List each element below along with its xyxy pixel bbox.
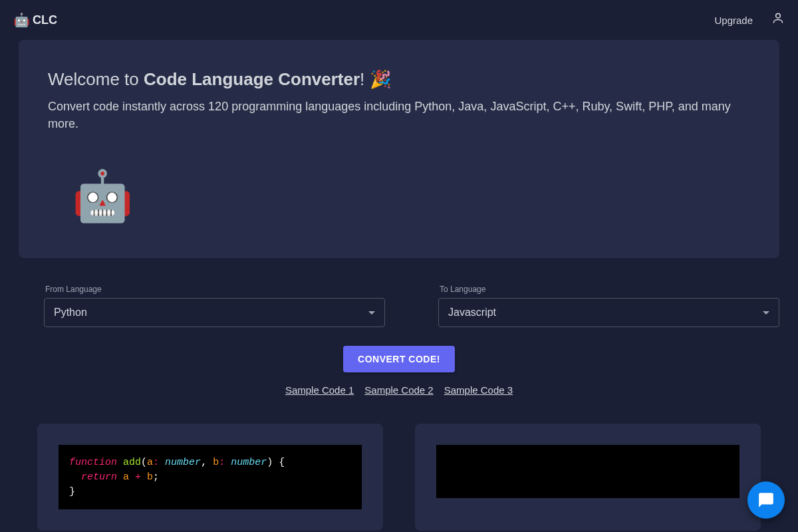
- welcome-strong: Code Language Converter: [144, 69, 360, 89]
- welcome-suffix: ! 🎉: [360, 69, 390, 89]
- to-language-group: To Language Javascript: [428, 285, 779, 327]
- user-icon[interactable]: [771, 11, 785, 25]
- to-language-label: To Language: [438, 285, 779, 294]
- logo[interactable]: 🤖 CLC: [13, 12, 57, 28]
- sample-code-2-link[interactable]: Sample Code 2: [364, 384, 433, 396]
- from-language-group: From Language Python: [19, 285, 396, 327]
- sample-links: Sample Code 1 Sample Code 2 Sample Code …: [19, 384, 779, 396]
- chevron-down-icon: [368, 311, 375, 315]
- brand-text: CLC: [33, 13, 57, 27]
- welcome-card: Welcome to Code Language Converter! 🎉 Co…: [19, 40, 779, 258]
- from-language-label: From Language: [44, 285, 385, 294]
- welcome-prefix: Welcome to: [48, 69, 144, 89]
- from-language-value: Python: [54, 307, 87, 319]
- language-selects: From Language Python To Language Javascr…: [19, 285, 779, 327]
- robot-illustration-icon: 🤖: [72, 167, 133, 225]
- svg-point-0: [776, 13, 781, 18]
- to-language-select[interactable]: Javascript: [438, 298, 779, 327]
- header: 🤖 CLC Upgrade: [0, 0, 798, 40]
- convert-row: CONVERT CODE!: [19, 346, 779, 372]
- header-right: Upgrade: [714, 13, 785, 27]
- sample-code-1-link[interactable]: Sample Code 1: [285, 384, 354, 396]
- welcome-title: Welcome to Code Language Converter! 🎉: [48, 69, 750, 90]
- source-code-card: function add(a: number, b: number) { ret…: [37, 424, 383, 531]
- chevron-down-icon: [763, 311, 769, 315]
- output-code-editor[interactable]: [436, 445, 739, 498]
- from-language-select[interactable]: Python: [44, 298, 385, 327]
- output-code-card: [415, 424, 761, 531]
- main: Welcome to Code Language Converter! 🎉 Co…: [0, 40, 798, 531]
- to-language-value: Javascript: [448, 307, 496, 319]
- robot-icon: 🤖: [13, 12, 30, 28]
- sample-code-3-link[interactable]: Sample Code 3: [444, 384, 513, 396]
- upgrade-link[interactable]: Upgrade: [714, 15, 753, 26]
- source-code-editor[interactable]: function add(a: number, b: number) { ret…: [59, 445, 362, 509]
- chat-widget-button[interactable]: [747, 481, 785, 519]
- code-panels: function add(a: number, b: number) { ret…: [19, 424, 779, 531]
- welcome-description: Convert code instantly across 120 progra…: [48, 98, 750, 132]
- convert-button[interactable]: CONVERT CODE!: [343, 346, 455, 372]
- chat-icon: [757, 491, 775, 509]
